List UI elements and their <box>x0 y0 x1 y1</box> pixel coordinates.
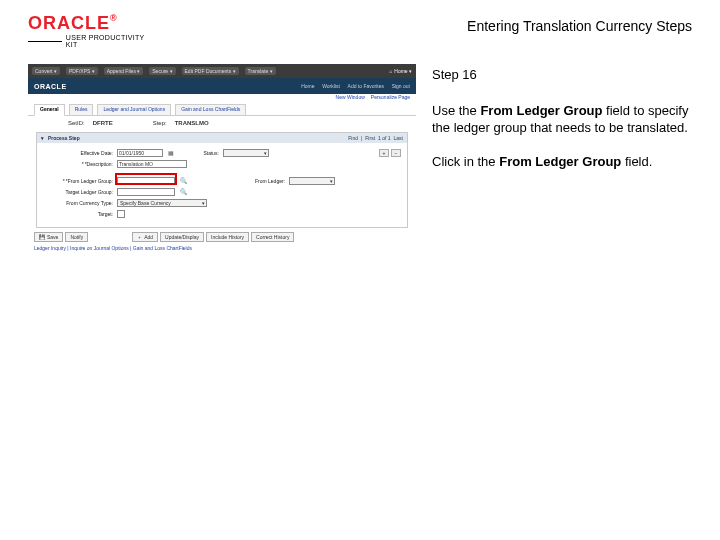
home-icon: ⌂ <box>389 68 392 74</box>
instruction-paragraph-1: Use the From Ledger Group field to speci… <box>432 102 692 137</box>
bottom-links[interactable]: Ledger Inquiry | Inquire on Journal Opti… <box>28 244 416 255</box>
from-ledger-label: From Ledger: <box>235 178 285 184</box>
add-button[interactable]: ＋Add <box>132 232 158 242</box>
logo-area: ORACLE® USER PRODUCTIVITY KIT <box>28 14 158 48</box>
setid-label: SetID: <box>68 120 85 126</box>
header: ORACLE® USER PRODUCTIVITY KIT Entering T… <box>0 0 720 56</box>
toolbar-edit[interactable]: Edit PDF Documents ▾ <box>182 67 239 75</box>
page-title: Entering Translation Currency Steps <box>467 14 692 34</box>
instruction-panel: Step 16 Use the From Ledger Group field … <box>432 64 692 274</box>
lookup-icon-2[interactable]: 🔍 <box>179 188 187 196</box>
target-label: Target: <box>43 211 113 217</box>
section-title-bar: ▾ Process Step Find | First 1 of 1 Last <box>37 133 407 143</box>
from-currency-type-select[interactable]: Specify Base Currency <box>117 199 207 207</box>
row-del-button[interactable]: − <box>391 149 401 157</box>
plus-icon: ＋ <box>137 234 142 240</box>
save-icon: 💾 <box>39 234 45 240</box>
row-add-button[interactable]: + <box>379 149 389 157</box>
calendar-icon[interactable]: ▦ <box>167 149 175 157</box>
upk-line: USER PRODUCTIVITY KIT <box>28 34 158 48</box>
tab-bar: General Rules Ledger and Journal Options… <box>28 104 416 116</box>
step-value: TRANSLMO <box>175 120 209 126</box>
toolbar-home[interactable]: ⌂ Home ▾ <box>389 68 412 74</box>
tab-gain-loss[interactable]: Gain and Loss ChartFields <box>175 104 246 115</box>
field-name-2: From Ledger Group <box>499 154 621 169</box>
brand-favorites[interactable]: Add to Favorites <box>348 83 384 89</box>
app-sublinks: New Window Personalize Page <box>28 94 416 104</box>
upk-divider <box>28 41 62 42</box>
section-title: Process Step <box>48 135 80 141</box>
upk-text: USER PRODUCTIVITY KIT <box>66 34 158 48</box>
toolbar-convert[interactable]: Convert ▾ <box>32 67 60 75</box>
eff-date-input[interactable]: 01/01/1950 <box>117 149 163 157</box>
description-label: *Description: <box>43 161 113 167</box>
tool-count: 1 of 1 <box>378 135 391 141</box>
app-brand-bar: ORACLE Home Worklist Add to Favorites Si… <box>28 78 416 94</box>
tab-ledger-options[interactable]: Ledger and Journal Options <box>97 104 171 115</box>
section-body: Effective Date: 01/01/1950 ▦ Status: + −… <box>37 143 407 227</box>
link-new-window[interactable]: New Window <box>336 94 365 104</box>
eff-date-label: Effective Date: <box>43 150 113 156</box>
tab-rules[interactable]: Rules <box>69 104 94 115</box>
brand-home[interactable]: Home <box>301 83 314 89</box>
toolbar-append[interactable]: Append Files ▾ <box>104 67 144 75</box>
toolbar-pdfxps[interactable]: PDF/XPS ▾ <box>66 67 98 75</box>
link-personalize[interactable]: Personalize Page <box>371 94 410 104</box>
id-row: SetID: DFRTE Step: TRANSLMO <box>28 116 416 130</box>
notify-button[interactable]: Notify <box>65 232 88 242</box>
status-label: Status: <box>179 150 219 156</box>
correct-history-button[interactable]: Correct History <box>251 232 294 242</box>
from-ledger-select[interactable] <box>289 177 335 185</box>
setid-value: DFRTE <box>93 120 113 126</box>
status-select[interactable] <box>223 149 269 157</box>
toolbar-translate[interactable]: Translate ▾ <box>245 67 276 75</box>
tab-general[interactable]: General <box>34 104 65 116</box>
content-row: Convert ▾ PDF/XPS ▾ Append Files ▾ Secur… <box>0 56 720 274</box>
collapse-icon[interactable]: ▾ <box>41 135 44 141</box>
process-step-section: ▾ Process Step Find | First 1 of 1 Last … <box>36 132 408 228</box>
instruction-paragraph-2: Click in the From Ledger Group field. <box>432 153 692 171</box>
step-label: Step: <box>153 120 167 126</box>
target-ledger-group-input[interactable] <box>117 188 175 196</box>
include-history-button[interactable]: Include History <box>206 232 249 242</box>
toolbar-secure[interactable]: Secure ▾ <box>149 67 175 75</box>
tool-last[interactable]: Last <box>394 135 403 141</box>
brand-worklist[interactable]: Worklist <box>322 83 340 89</box>
target-ledger-group-label: Target Ledger Group: <box>43 189 113 195</box>
update-display-button[interactable]: Update/Display <box>160 232 204 242</box>
section-tools: Find | First 1 of 1 Last <box>348 135 403 141</box>
button-bar: 💾Save Notify ＋Add Update/Display Include… <box>28 230 416 244</box>
save-button[interactable]: 💾Save <box>34 232 63 242</box>
logo-reg: ® <box>110 13 118 23</box>
from-ledger-group-input[interactable] <box>117 177 175 185</box>
target-checkbox[interactable] <box>117 210 125 218</box>
app-brand-links: Home Worklist Add to Favorites Sign out <box>295 83 410 89</box>
pdf-toolbar: Convert ▾ PDF/XPS ▾ Append Files ▾ Secur… <box>28 64 416 78</box>
from-currency-type-label: From Currency Type: <box>43 200 113 206</box>
home-label: Home ▾ <box>394 68 412 74</box>
step-number: Step 16 <box>432 66 692 84</box>
from-ledger-group-label: *From Ledger Group: <box>43 178 113 184</box>
tool-first[interactable]: First <box>365 135 375 141</box>
description-input[interactable]: Translation MO <box>117 160 187 168</box>
app-brand: ORACLE <box>34 83 67 90</box>
lookup-icon[interactable]: 🔍 <box>179 177 187 185</box>
embedded-screenshot: Convert ▾ PDF/XPS ▾ Append Files ▾ Secur… <box>28 64 416 274</box>
field-name-1: From Ledger Group <box>480 103 602 118</box>
tool-find[interactable]: Find <box>348 135 358 141</box>
logo-text: ORACLE <box>28 13 110 33</box>
oracle-logo: ORACLE® <box>28 14 158 32</box>
brand-signout[interactable]: Sign out <box>392 83 410 89</box>
